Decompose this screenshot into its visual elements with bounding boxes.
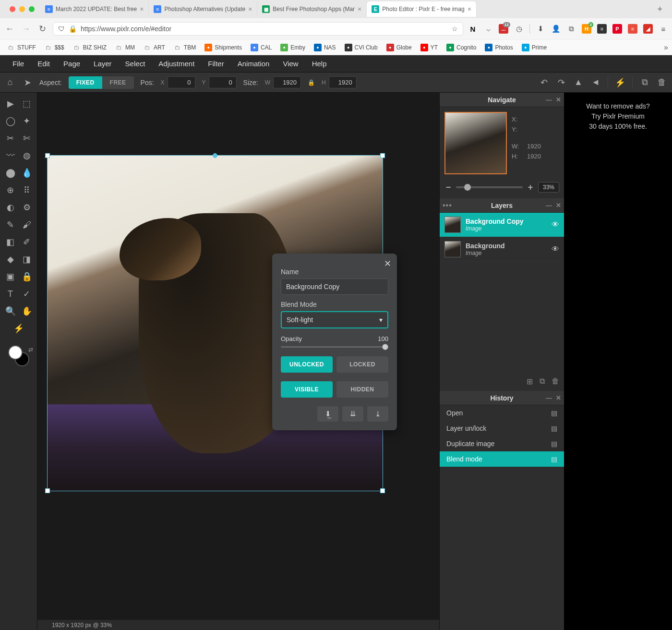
bookmark-item[interactable]: 🗀ART [140,42,168,53]
eyedropper-tool-icon[interactable]: ✓ [20,287,34,301]
swap-colors-icon[interactable]: ⇄ [28,346,33,353]
menu-view[interactable]: View [276,56,305,72]
add-layer-icon[interactable]: ⊞ [527,377,533,386]
merge-visible-button[interactable]: ⇊ [342,406,363,422]
ai-icon[interactable]: ⚡ [615,77,625,88]
size-h-input[interactable] [329,76,357,88]
browser-tab[interactable]: ▦Best Free Photoshop Apps (Mar× [257,1,367,17]
menu-filter[interactable]: Filter [201,56,230,72]
visible-button[interactable]: VISIBLE [281,381,333,398]
pen-tool-icon[interactable]: ✎ [3,218,18,232]
menu-animation[interactable]: Animation [231,56,276,72]
history-item[interactable]: Blend mode▤ [440,451,564,467]
close-icon[interactable]: ✕ [556,202,561,209]
merge-down-button[interactable]: ⬇̲ [317,406,338,422]
bookmark-item[interactable]: 🗀BIZ SHIZ [70,42,110,53]
forward-button[interactable]: → [20,23,32,35]
minimize-icon[interactable]: — [546,202,552,209]
menu-help[interactable]: Help [305,56,334,72]
heal-tool-icon[interactable]: ◍ [20,148,34,163]
home-icon[interactable]: ⌂ [5,77,15,88]
ext-pocket-icon[interactable]: ⌵ [483,24,493,34]
bookmark-item[interactable]: 🗀MM [112,42,138,53]
browser-tab[interactable]: EPhoto Editor : Pixlr E - free imag× [367,1,477,17]
downloads-icon[interactable]: ⬇ [536,24,545,34]
bookmark-item[interactable]: ●Emby [277,42,309,53]
ext-notion-icon[interactable]: N [468,24,478,34]
tab-close-icon[interactable]: × [358,5,361,13]
bookmark-item[interactable]: 🗀STUFF [4,42,39,53]
bookmark-item[interactable]: ●Globe [383,42,415,53]
sponge-tool-icon[interactable]: ⊕ [3,183,18,197]
browser-tab[interactable]: ≡Photoshop Alternatives (Update× [149,1,257,17]
clone-tool-icon[interactable]: ⬤ [3,166,18,180]
ext-clock-icon[interactable]: ◷ [514,24,524,34]
foreground-color[interactable] [8,345,23,360]
menu-edit[interactable]: Edit [31,56,57,72]
history-item[interactable]: Duplicate image▤ [440,436,564,451]
bookmark-item[interactable]: ●Cognito [443,42,480,53]
tab-close-icon[interactable]: × [468,5,471,13]
menu-select[interactable]: Select [119,56,152,72]
menu-page[interactable]: Page [57,56,87,72]
flatten-button[interactable]: ⤓ [367,406,388,422]
resize-handle-sw[interactable] [45,488,50,493]
resize-handle-ne[interactable] [380,153,385,158]
aspect-free-button[interactable]: FREE [102,76,134,89]
close-icon[interactable]: ✕ [556,394,561,401]
ext-crop-icon[interactable]: ⧉ [566,24,576,34]
minimize-window-button[interactable] [19,6,25,12]
lock-aspect-icon[interactable]: 🔒 [308,79,315,86]
new-tab-button[interactable]: + [651,0,668,18]
marquee-tool-icon[interactable]: ⬚ [20,97,34,111]
layer-name-input[interactable] [281,279,388,295]
back-button[interactable]: ← [4,23,15,35]
crop-tool-icon[interactable]: ✂ [3,131,18,145]
dialog-close-button[interactable]: ✕ [384,258,391,269]
star-icon[interactable]: ☆ [452,25,458,33]
navigate-thumbnail[interactable] [444,112,507,174]
zoom-out-button[interactable]: − [444,182,452,193]
dodge-tool-icon[interactable]: ◐ [3,200,18,215]
bookmark-item[interactable]: ●Shipments [201,42,245,53]
bookmark-item[interactable]: ●NAS [311,42,339,53]
menu-adjustment[interactable]: Adjustment [152,56,201,72]
bookmark-item[interactable]: 🗀$$$ [41,42,68,53]
draw-tool-icon[interactable]: ✐ [20,235,34,249]
close-icon[interactable]: ✕ [556,96,561,103]
gradient-tool-icon[interactable]: ◨ [20,252,34,267]
aspect-fixed-button[interactable]: FIXED [69,76,102,89]
undo-icon[interactable]: ↶ [539,77,549,88]
account-icon[interactable]: 👤 [551,24,561,34]
arrow-tool-icon[interactable]: ➤ [22,77,33,88]
zoom-in-button[interactable]: + [527,182,534,193]
size-w-input[interactable] [273,76,301,88]
url-input[interactable]: 🛡 🔒 https://www.pixlr.com/e/#editor ☆ [53,22,463,36]
redo-icon[interactable]: ↷ [556,77,566,88]
visibility-toggle-icon[interactable]: 👁 [552,245,559,254]
fill-tool-icon[interactable]: ◆ [3,252,18,267]
disperse-tool-icon[interactable]: ⠿ [20,183,34,197]
zoom-tool-icon[interactable]: 🔍 [3,304,18,318]
duplicate-icon[interactable]: ⧉ [639,77,650,88]
hand-tool-icon[interactable]: ✋ [20,304,34,318]
wand-tool-icon[interactable]: ✦ [20,114,34,128]
ext-todoist-icon[interactable]: ≡ [628,24,637,34]
zoom-slider[interactable] [456,186,523,188]
unlocked-button[interactable]: UNLOCKED [281,356,333,373]
rotate-handle[interactable] [213,153,217,158]
close-window-button[interactable] [10,6,15,12]
bookmark-item[interactable]: 🗀TBM [170,42,199,53]
layer-item[interactable]: Background CopyImage👁 [440,213,564,237]
liquify-tool-icon[interactable]: 〰 [3,148,18,163]
tab-close-icon[interactable]: × [248,5,252,13]
ext-pinterest-icon[interactable]: P [612,24,622,34]
duplicate-layer-icon[interactable]: ⧉ [540,377,545,386]
blur-tool-icon[interactable]: 💧 [20,166,34,180]
opacity-slider[interactable] [281,346,388,348]
brush-tool-icon[interactable]: 🖌 [20,218,34,232]
cutout-tool-icon[interactable]: ✄ [20,131,34,145]
lasso-tool-icon[interactable]: ◯ [3,114,18,128]
eraser-tool-icon[interactable]: ◧ [3,235,18,249]
browser-tab[interactable]: ≡March 2022 UPDATE: Best free× [40,1,149,17]
